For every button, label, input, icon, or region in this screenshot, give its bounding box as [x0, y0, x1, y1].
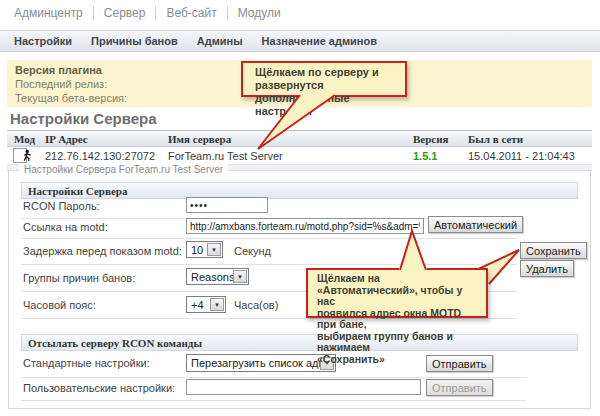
panel-legend: Настройки Сервера ForTeam.ru Test Server: [19, 164, 228, 175]
col-mod: Мод: [7, 133, 38, 145]
callout-click-server: Щёлкаем по серверу и развернутся дополни…: [241, 61, 407, 97]
tab-admins[interactable]: Админы: [197, 35, 243, 47]
server-name[interactable]: ForTeam.ru Test Server: [161, 150, 406, 162]
standard-command-value: Перезагрузить список админов: [187, 357, 320, 369]
current-beta-label: Текущая бета-версия:: [15, 92, 127, 104]
sub-navigation: Настройки Причины банов Админы Назначени…: [0, 30, 600, 52]
col-ip: IP Адрес: [38, 133, 161, 145]
send-custom-button[interactable]: Отправить: [426, 379, 493, 396]
nav-admincenter[interactable]: Админцентр: [14, 6, 93, 20]
custom-settings-label: Пользовательские настройки:: [23, 382, 175, 394]
server-table-header: Мод IP Адрес Имя сервера Версия Был в се…: [7, 130, 592, 147]
server-row[interactable]: 212.76.142.130:27072 ForTeam.ru Test Ser…: [7, 147, 592, 165]
tab-settings[interactable]: Настройки: [14, 35, 72, 47]
page-title: Настройки Сервера: [10, 110, 157, 127]
top-navigation: Админцентр Сервер Веб-сайт Модули: [14, 6, 291, 20]
custom-command-input[interactable]: [186, 379, 421, 395]
chevron-down-icon[interactable]: ▼: [233, 270, 247, 283]
col-version: Версия: [406, 133, 461, 145]
nav-website[interactable]: Веб-сайт: [155, 6, 226, 20]
col-name: Имя сервера: [161, 133, 406, 145]
timezone-label: Часовой пояс:: [23, 299, 96, 311]
motd-delay-label: Задержка перед показом motd:: [23, 245, 182, 257]
callout-line: выбираем группу банов и нажимаем: [317, 331, 482, 354]
timezone-unit-label: Часа(ов): [234, 299, 278, 311]
nav-server[interactable]: Сервер: [93, 6, 156, 20]
delay-unit-label: Секунд: [234, 245, 271, 257]
callout-click-automatic: Щёлкаем на «Автоматический», чтобы у нас…: [306, 268, 488, 318]
motd-link-label: Ссылка на motd:: [23, 221, 108, 233]
delete-button[interactable]: Удалить: [520, 260, 574, 277]
ban-reason-groups-select[interactable]: Reasons ▼: [186, 268, 249, 285]
callout-line: «Сохранить»: [317, 354, 482, 366]
ban-reason-groups-label: Группы причин банов:: [23, 272, 135, 284]
callout-line: появился адрес окна MOTD при бане,: [317, 308, 482, 331]
server-settings-panel: Настройки Сервера ForTeam.ru Test Server…: [8, 170, 591, 409]
chevron-down-icon[interactable]: ▼: [210, 298, 224, 311]
server-ip: 212.76.142.130:27072: [38, 150, 161, 162]
callout-line: дополнительные настройки: [255, 92, 401, 118]
ban-reason-groups-value: Reasons: [187, 271, 233, 283]
server-version: 1.5.1: [406, 150, 461, 162]
tab-admin-assignment[interactable]: Назначение админов: [262, 35, 377, 47]
section-server-settings: Настройки Сервера: [21, 182, 578, 199]
rcon-password-input[interactable]: [186, 197, 268, 213]
mod-cell: [7, 148, 38, 164]
timezone-value: +4: [187, 299, 210, 311]
save-button[interactable]: Сохранить: [520, 242, 587, 259]
nav-modules[interactable]: Модули: [227, 6, 291, 20]
row-divider: [21, 377, 526, 378]
automatic-button[interactable]: Автоматический: [428, 216, 523, 233]
motd-delay-value: 10: [187, 244, 207, 256]
motd-link-input[interactable]: [186, 218, 424, 234]
server-last-seen: 15.04.2011 - 21:04:43: [461, 150, 592, 162]
section-rcon-commands: Отсылать серверу RCON команды: [21, 334, 578, 351]
plugin-version-title: Версия плагина: [15, 64, 102, 76]
callout-line: Щёлкаем на «Автоматический», чтобы у нас: [317, 273, 482, 308]
row-divider: [21, 238, 517, 239]
col-lastseen: Был в сети: [461, 133, 592, 145]
cs-player-icon: [13, 148, 27, 163]
motd-delay-select[interactable]: 10 ▼: [186, 241, 223, 258]
row-divider: [21, 400, 526, 401]
row-divider: [21, 264, 517, 265]
timezone-select[interactable]: +4 ▼: [186, 296, 226, 313]
rcon-password-label: RCON Пароль:: [23, 200, 100, 212]
standard-settings-label: Стандартные настройки:: [23, 357, 150, 369]
standard-command-select[interactable]: Перезагрузить список админов ▼: [186, 354, 336, 372]
latest-release-label: Последний релиз:: [15, 78, 107, 90]
tab-ban-reasons[interactable]: Причины банов: [91, 35, 178, 47]
chevron-down-icon[interactable]: ▼: [207, 243, 221, 256]
amxbans-admin-page: Админцентр Сервер Веб-сайт Модули Настро…: [0, 0, 600, 416]
callout-line: Щёлкаем по серверу и развернутся: [255, 66, 401, 92]
